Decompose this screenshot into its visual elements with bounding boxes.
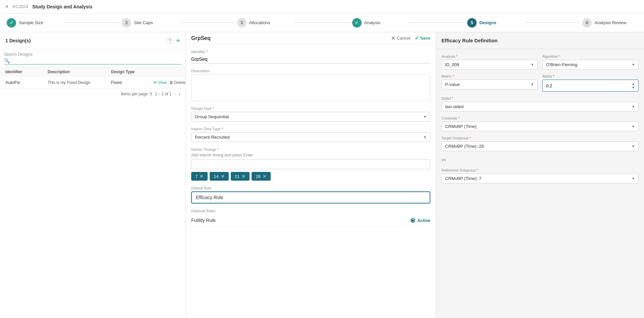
chip-21: 21 ✕	[231, 172, 250, 181]
description-label: Description	[191, 69, 430, 73]
table-header: Identifier Description Design Type	[0, 67, 185, 77]
wizard-step-allocations[interactable]: 3 Allocations	[237, 18, 292, 28]
wizard-bar: ✓ Sample Size 2 Site Caps 3 Allocations …	[0, 13, 644, 32]
row-actions: 👁 View 🗑 Delete	[153, 80, 180, 85]
chevron-down-icon-8: ▼	[632, 144, 635, 148]
chevron-down-icon-3: ▼	[531, 63, 534, 66]
active-badge[interactable]: Active	[411, 218, 430, 223]
chip-7-remove[interactable]: ✕	[200, 174, 204, 179]
futility-rule-name: Futility Rule	[191, 218, 216, 223]
search-input[interactable]	[10, 58, 181, 63]
design-type-label: Design Type *	[191, 106, 430, 110]
view-button[interactable]: 👁 View	[153, 80, 167, 85]
step3-circle: 3	[237, 18, 247, 28]
left-panel: 1 Design(s) ? + Search Designs 🔍 Identif…	[0, 32, 186, 318]
cancel-button[interactable]: ✕ Cancel	[391, 35, 410, 41]
interim-time-type-field: Interim Time Type * Percent Recruited ▼	[191, 127, 430, 142]
default-rule-label: Default Rule	[191, 186, 430, 190]
covariate-select[interactable]: CRMvBP (Time) ▼	[441, 122, 639, 131]
default-rule-field: Default Rule	[191, 186, 430, 203]
interim-timings-field: Interim Timings * Add interim timing and…	[191, 147, 430, 181]
alpha-field: Alpha * ▲ ▼	[542, 74, 639, 92]
row-design-type: Fixed	[111, 80, 153, 85]
radio-dot	[411, 218, 415, 223]
chip-14-remove[interactable]: ✕	[221, 174, 225, 179]
target-subgroup-label: Target Subgroup *	[441, 136, 639, 140]
step6-label: Analysis Review	[594, 20, 626, 25]
wizard-step-designs[interactable]: 5 Designs	[467, 18, 522, 28]
wizard-step-analysis[interactable]: ✓ Analysis	[352, 18, 407, 28]
center-header-right: ✕ Cancel ✓ Save	[391, 35, 430, 41]
target-subgroup-value: CRMvBP (Time): 28	[445, 144, 632, 149]
interim-timing-input[interactable]	[191, 160, 430, 169]
optional-rules-section: Optional Rules Futility Rule Active	[191, 209, 430, 226]
analysis-select[interactable]: ID_009 ▼	[441, 60, 538, 70]
sided-select[interactable]: two.sided ▼	[441, 102, 639, 111]
metric-select[interactable]: P-value ▼	[441, 80, 538, 89]
add-design-button[interactable]: +	[176, 36, 180, 45]
analysis-algorithm-row: Analysis * ID_009 ▼ Algorithm * O'Brien-…	[441, 54, 639, 70]
metric-alpha-row: Metric * P-value ▼ Alpha *	[441, 74, 639, 92]
close-icon[interactable]: ×	[5, 4, 8, 10]
analysis-field: Analysis * ID_009 ▼	[441, 54, 538, 70]
futility-rule-item: Futility Rule Active	[191, 215, 430, 226]
step4-circle: ✓	[352, 18, 362, 28]
description-field: Description	[191, 69, 430, 101]
step5-label: Designs	[479, 20, 496, 25]
delete-button[interactable]: 🗑 Delete	[169, 80, 186, 85]
covariate-label: Covariate *	[441, 116, 639, 120]
wizard-step-sample-size[interactable]: ✓ Sample Size	[7, 18, 62, 28]
reference-subgroup-select[interactable]: CRMvBP (Time): 7 ▼	[441, 174, 639, 183]
identifier-input[interactable]	[191, 55, 430, 63]
active-label: Active	[417, 218, 430, 223]
main-layout: 1 Design(s) ? + Search Designs 🔍 Identif…	[0, 32, 644, 318]
chip-28-remove[interactable]: ✕	[263, 174, 267, 179]
alpha-label: Alpha *	[542, 74, 639, 78]
analysis-value: ID_009	[445, 62, 531, 67]
reference-subgroup-value: CRMvBP (Time): 7	[445, 176, 632, 181]
center-header: GrpSeq ✕ Cancel ✓ Save	[186, 32, 436, 44]
center-title: GrpSeq	[191, 35, 211, 41]
chevron-down-icon: ▼	[423, 115, 427, 119]
search-input-wrap: 🔍	[4, 58, 181, 64]
alpha-input-wrap: ▲ ▼	[542, 80, 639, 92]
wizard-step-analysis-review[interactable]: 6 Analysis Review	[582, 18, 637, 28]
interim-time-type-select[interactable]: Percent Recruited ▼	[191, 132, 430, 142]
algorithm-select[interactable]: O'Brien-Fleming ▼	[542, 60, 639, 70]
chip-28: 28 ✕	[252, 172, 270, 181]
chevron-down-icon-6: ▼	[632, 105, 635, 108]
right-panel-title: Efficacy Rule Definition	[441, 38, 498, 43]
interim-timings-label: Interim Timings *	[191, 147, 430, 151]
default-rule-input[interactable]	[191, 191, 430, 203]
algorithm-field: Algorithm * O'Brien-Fleming ▼	[542, 54, 639, 70]
delete-icon: 🗑	[169, 80, 173, 85]
target-subgroup-field: Target Subgroup * CRMvBP (Time): 28 ▼	[441, 136, 639, 151]
help-button[interactable]: ?	[166, 37, 173, 44]
next-page-button[interactable]: ›	[178, 91, 180, 97]
interim-time-type-value: Percent Recruited	[195, 135, 423, 140]
table-row: AutoFix This is my Fixed Design Fixed 👁 …	[0, 77, 185, 89]
wizard-step-site-caps[interactable]: 2 Site Caps	[122, 18, 177, 28]
prev-page-button[interactable]: ‹	[174, 91, 176, 97]
stepper-up-icon: ▲	[632, 82, 635, 86]
chevron-down-icon-2: ▼	[423, 135, 427, 139]
save-check-icon: ✓	[415, 35, 419, 41]
items-per-page: Items per page: 5	[121, 92, 152, 96]
alpha-input[interactable]	[546, 83, 632, 88]
description-textarea[interactable]	[191, 74, 430, 101]
row-identifier: AutoFix	[5, 80, 48, 85]
reference-subgroup-field: Reference Subgroup * CRMvBP (Time): 7 ▼	[441, 168, 639, 183]
design-type-select[interactable]: Group Sequential ▼	[191, 112, 430, 122]
algorithm-value: O'Brien-Fleming	[546, 62, 632, 67]
target-subgroup-select[interactable]: CRMvBP (Time): 28 ▼	[441, 141, 639, 151]
center-panel: GrpSeq ✕ Cancel ✓ Save Identifier *	[186, 32, 436, 318]
design-type-field: Design Type * Group Sequential ▼	[191, 106, 430, 122]
step6-circle: 6	[582, 18, 592, 28]
chip-21-remove[interactable]: ✕	[241, 174, 246, 179]
cancel-x-icon: ✕	[391, 35, 395, 41]
chip-7-value: 7	[195, 174, 198, 179]
save-button[interactable]: ✓ Save	[415, 35, 430, 41]
sided-field: Sided * two.sided ▼	[441, 96, 639, 111]
alpha-stepper[interactable]: ▲ ▼	[632, 82, 635, 89]
radio-dot-inner	[412, 219, 414, 222]
